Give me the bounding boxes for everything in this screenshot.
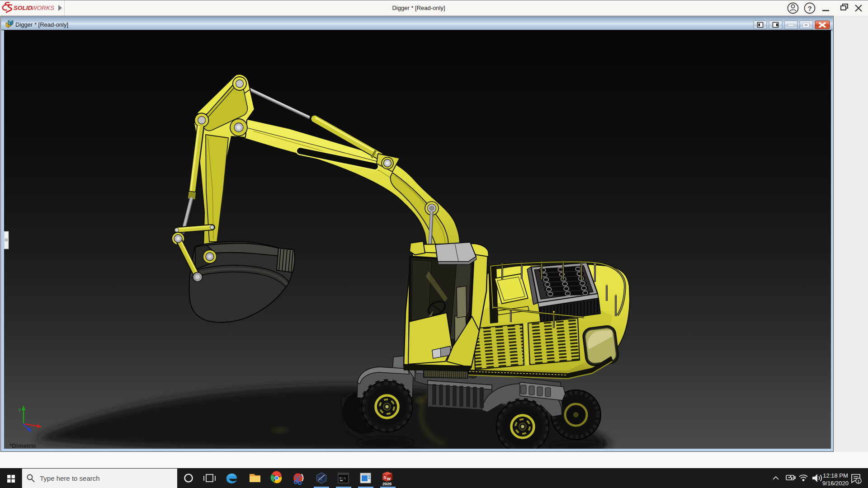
svg-text:WORKS: WORKS — [31, 5, 54, 11]
svg-text:W: W — [387, 477, 391, 481]
svg-text:SOLID: SOLID — [14, 5, 33, 11]
svg-text:?: ? — [807, 5, 811, 12]
svg-text:12:18 PM: 12:18 PM — [823, 472, 848, 479]
svg-text:2020: 2020 — [382, 482, 392, 486]
svg-text:Y: Y — [18, 408, 21, 413]
svg-text:9/16/2020: 9/16/2020 — [822, 480, 849, 487]
svg-text:C:\: C:\ — [340, 476, 346, 480]
svg-text:S: S — [384, 475, 387, 480]
svg-text:*Dimetric: *Dimetric — [9, 442, 37, 449]
svg-text:1: 1 — [857, 479, 859, 483]
